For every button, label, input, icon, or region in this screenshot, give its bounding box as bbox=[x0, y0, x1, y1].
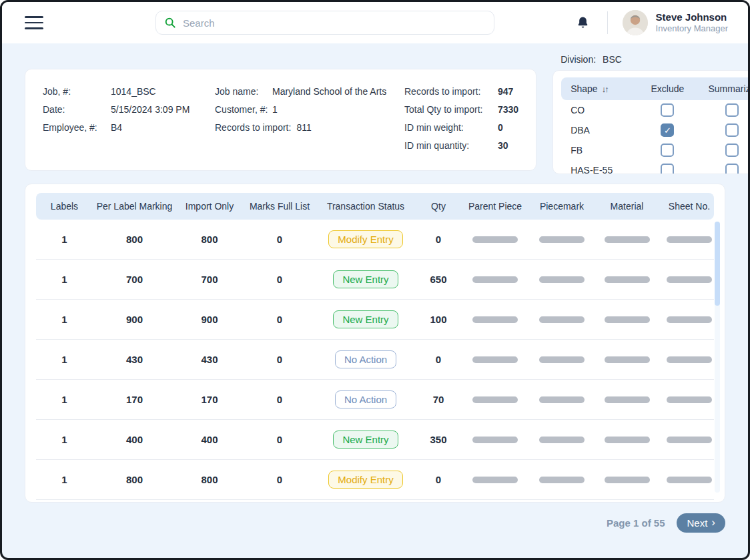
cell-per-label-marking: 800 bbox=[93, 474, 176, 485]
column-header-transaction-status: Transaction Status bbox=[316, 201, 415, 212]
cell-labels: 1 bbox=[36, 354, 93, 365]
cell-marks-full-list: 0 bbox=[243, 394, 316, 405]
exclude-checkbox[interactable]: ✓ bbox=[661, 164, 674, 174]
status-badge[interactable]: New Entry bbox=[333, 270, 398, 288]
column-header-parent-piece: Parent Piece bbox=[462, 201, 528, 212]
cell-transaction-status: New Entry bbox=[316, 310, 415, 328]
job-field-label: Customer, #: bbox=[215, 101, 272, 119]
job-field-value: B4 bbox=[111, 119, 122, 137]
job-field: Job name:Maryland School of the Arts bbox=[215, 83, 387, 101]
shape-row: DBA✓✓ bbox=[561, 120, 750, 140]
table-scrollbar-thumb[interactable] bbox=[715, 222, 720, 306]
exclude-checkbox[interactable]: ✓ bbox=[661, 103, 674, 117]
material-placeholder bbox=[605, 356, 650, 363]
cell-import-only: 900 bbox=[176, 314, 243, 325]
cell-marks-full-list: 0 bbox=[243, 354, 316, 365]
column-header-piecemark: Piecemark bbox=[528, 201, 595, 212]
user-menu[interactable]: Steve Johnson Inventory Manager bbox=[623, 10, 728, 35]
cell-marks-full-list: 0 bbox=[243, 434, 316, 445]
cell-qty: 100 bbox=[415, 314, 462, 325]
cell-parent-piece bbox=[462, 354, 528, 365]
job-field: Customer, #:1 bbox=[215, 101, 387, 119]
cell-sheet-no- bbox=[659, 234, 720, 245]
notifications-bell-icon[interactable] bbox=[576, 15, 590, 30]
sheet-no--placeholder bbox=[667, 396, 712, 403]
cell-sheet-no- bbox=[659, 354, 720, 365]
cell-parent-piece bbox=[462, 314, 528, 325]
job-field: Records to import:811 bbox=[215, 119, 387, 137]
exclude-column-header: Exclude bbox=[635, 83, 700, 94]
job-field-label: Job name: bbox=[215, 83, 272, 101]
sort-icon[interactable]: ↓↑ bbox=[602, 84, 608, 94]
job-field-label: Date: bbox=[43, 101, 111, 119]
cell-material bbox=[595, 394, 659, 405]
job-info-col3: Records to import:947Total Qty to import… bbox=[404, 83, 518, 157]
cell-labels: 1 bbox=[36, 434, 93, 445]
cell-labels: 1 bbox=[36, 394, 93, 405]
avatar[interactable] bbox=[623, 10, 648, 35]
column-header-per-label-marking: Per Label Marking bbox=[93, 201, 176, 212]
cell-transaction-status: New Entry bbox=[316, 431, 415, 449]
status-badge[interactable]: New Entry bbox=[333, 431, 398, 449]
page-content: Job, #:1014_BSCDate:5/15/2024 3:09 PMEmp… bbox=[2, 43, 748, 558]
cell-piecemark bbox=[528, 354, 595, 365]
search-box[interactable] bbox=[155, 11, 494, 35]
shape-row: FB✓✓ bbox=[561, 140, 750, 160]
status-badge[interactable]: No Action bbox=[335, 390, 396, 408]
cell-piecemark bbox=[528, 394, 595, 405]
sheet-no--placeholder bbox=[667, 477, 712, 483]
table-scrollbar[interactable] bbox=[715, 222, 720, 493]
topbar: Steve Johnson Inventory Manager bbox=[2, 2, 748, 43]
next-button-label: Next bbox=[687, 517, 707, 529]
job-field: Date:5/15/2024 3:09 PM bbox=[43, 101, 198, 119]
job-field-value: 947 bbox=[498, 83, 513, 101]
import-records-table: LabelsPer Label MarkingImport OnlyMarks … bbox=[25, 184, 725, 503]
material-placeholder bbox=[605, 316, 650, 323]
table-header-row: LabelsPer Label MarkingImport OnlyMarks … bbox=[36, 193, 714, 220]
summarize-checkbox[interactable]: ✓ bbox=[725, 103, 739, 117]
cell-transaction-status: Modify Entry bbox=[316, 471, 415, 489]
job-field: ID min quantity:30 bbox=[404, 137, 518, 155]
shape-row: CO✓✓ bbox=[561, 100, 750, 120]
next-page-button[interactable]: Next › bbox=[677, 513, 725, 533]
cell-marks-full-list: 0 bbox=[243, 274, 316, 285]
cell-marks-full-list: 0 bbox=[243, 314, 316, 325]
search-input[interactable] bbox=[183, 17, 486, 29]
hamburger-menu-button[interactable] bbox=[25, 16, 43, 29]
summarize-checkbox[interactable]: ✓ bbox=[725, 123, 739, 137]
job-field-label: Job, #: bbox=[43, 83, 111, 101]
piecemark-placeholder bbox=[539, 437, 585, 443]
column-header-sheet-no-: Sheet No. bbox=[659, 201, 720, 212]
cell-parent-piece bbox=[462, 234, 528, 245]
cell-per-label-marking: 700 bbox=[93, 274, 176, 285]
status-badge[interactable]: No Action bbox=[335, 350, 396, 368]
summarize-checkbox[interactable]: ✓ bbox=[725, 144, 739, 157]
cell-import-only: 800 bbox=[176, 474, 243, 485]
cell-parent-piece bbox=[462, 394, 528, 405]
summarize-checkbox[interactable]: ✓ bbox=[725, 164, 739, 174]
exclude-checkbox[interactable]: ✓ bbox=[661, 123, 674, 137]
piecemark-placeholder bbox=[539, 477, 585, 483]
page-indicator: Page 1 of 55 bbox=[607, 517, 665, 529]
table-row: 19009000New Entry100 bbox=[36, 300, 714, 340]
exclude-checkbox[interactable]: ✓ bbox=[661, 144, 674, 157]
column-header-material: Material bbox=[595, 201, 659, 212]
cell-material bbox=[595, 234, 659, 245]
sheet-no--placeholder bbox=[667, 356, 712, 363]
job-field-label: Employee, #: bbox=[43, 119, 111, 137]
status-badge[interactable]: Modify Entry bbox=[328, 471, 402, 489]
cell-qty: 0 bbox=[415, 354, 462, 365]
piecemark-placeholder bbox=[539, 396, 585, 403]
cell-material bbox=[595, 314, 659, 325]
status-badge[interactable]: Modify Entry bbox=[328, 230, 402, 248]
cell-import-only: 700 bbox=[176, 274, 243, 285]
job-field-label: Records to import: bbox=[215, 119, 291, 137]
table-row: 11701700No Action70 bbox=[36, 380, 714, 420]
material-placeholder bbox=[605, 276, 650, 283]
shape-table-header: Shape ↓↑ Exclude Summarize bbox=[561, 77, 750, 100]
status-badge[interactable]: New Entry bbox=[333, 310, 398, 328]
material-placeholder bbox=[605, 396, 650, 403]
table-row: 18008000Modify Entry0 bbox=[36, 220, 714, 260]
parent-piece-placeholder bbox=[472, 477, 518, 483]
cell-import-only: 800 bbox=[176, 234, 243, 245]
